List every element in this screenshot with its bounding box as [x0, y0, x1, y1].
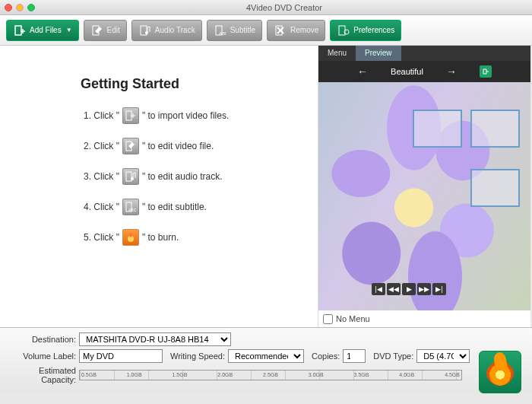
volume-label: Volume Label:: [6, 352, 76, 361]
skip-forward-icon[interactable]: ▶|: [432, 283, 446, 295]
bottom-panel: Destination: MATSHITA DVD-R UJ-8A8 HB14 …: [0, 327, 532, 392]
remove-button[interactable]: Remove: [267, 20, 325, 41]
subtitle-button[interactable]: ABC Subtitle: [207, 20, 262, 41]
toolbar: Add Files ▼ Edit Audio Track ABC Subtitl…: [0, 15, 532, 46]
dropdown-caret-icon: ▼: [66, 27, 72, 33]
svg-text:ABC: ABC: [128, 208, 136, 212]
getting-started-title: Getting Started: [81, 76, 302, 92]
rewind-icon[interactable]: ◀◀: [387, 283, 401, 295]
skip-back-icon[interactable]: |◀: [372, 283, 385, 295]
writing-speed-select[interactable]: Recommended: [228, 349, 304, 363]
step-5: 5. Click " " to burn.: [84, 229, 302, 246]
preview-tabs: Menu Preview: [318, 46, 530, 61]
getting-started-panel: Getting Started 1. Click " " to import v…: [0, 46, 318, 327]
capacity-bar: 0.5GB 1.0GB 1.5GB 2.0GB 2.5GB 3.0GB 3.5G…: [79, 370, 462, 380]
remove-label: Remove: [290, 26, 318, 34]
titlebar: 4Video DVD Creator: [0, 0, 532, 15]
dvd-type-label: DVD Type:: [373, 352, 413, 361]
edit-label: Edit: [107, 26, 120, 34]
import-icon: [122, 107, 139, 124]
tab-menu[interactable]: Menu: [318, 46, 356, 61]
preferences-button[interactable]: Preferences: [330, 20, 401, 41]
audio-label: Audio Track: [155, 26, 195, 34]
copies-input[interactable]: [343, 349, 366, 363]
preferences-icon: [337, 24, 350, 37]
nav-to-editor-icon[interactable]: [480, 65, 492, 78]
preview-panel: Menu Preview ← Beautiful → |◀ ◀◀ ▶ ▶▶: [318, 46, 530, 327]
volume-input[interactable]: [79, 349, 163, 363]
edit-icon: [90, 24, 104, 37]
burn-icon: [486, 358, 514, 386]
add-files-icon: [13, 24, 27, 37]
svg-rect-0: [15, 26, 21, 35]
subtitle-label: Subtitle: [230, 26, 255, 34]
menu-slot-3[interactable]: [470, 169, 520, 207]
writing-speed-label: Writing Speed:: [170, 352, 225, 361]
add-files-label: Add Files: [30, 26, 62, 34]
destination-label: Destination:: [6, 335, 76, 344]
step-2: 2. Click " " to edit video file.: [84, 138, 302, 154]
edit-subtitle-icon: ABC: [122, 199, 139, 215]
svg-rect-17: [126, 172, 131, 181]
zoom-icon[interactable]: [27, 4, 35, 11]
playback-controls: |◀ ◀◀ ▶ ▶▶ ▶|: [372, 283, 446, 295]
edit-audio-icon: [122, 168, 139, 185]
window-controls: [5, 4, 35, 11]
subtitle-icon: ABC: [214, 24, 227, 37]
edit-button[interactable]: Edit: [84, 20, 127, 41]
nav-title: Beautiful: [391, 67, 423, 76]
minimize-icon[interactable]: [16, 4, 24, 11]
menu-slot-1[interactable]: [413, 110, 462, 148]
step-4: 4. Click " ABC " to edit subtitle.: [84, 199, 302, 215]
burn-button[interactable]: [479, 351, 521, 393]
window-title: 4Video DVD Creator: [41, 3, 527, 12]
no-menu-row: No Menu: [318, 310, 530, 327]
preview-area: |◀ ◀◀ ▶ ▶▶ ▶|: [318, 82, 530, 310]
preview-nav: ← Beautiful →: [318, 61, 530, 82]
forward-icon[interactable]: ▶▶: [417, 283, 431, 295]
nav-prev-icon[interactable]: ←: [357, 65, 368, 78]
capacity-label: Estimated Capacity:: [6, 366, 76, 384]
burn-step-icon: [122, 229, 139, 246]
svg-text:ABC: ABC: [219, 31, 226, 36]
audio-icon: [138, 24, 152, 37]
tab-preview[interactable]: Preview: [356, 46, 401, 61]
no-menu-label: No Menu: [336, 314, 370, 323]
dvd-type-select[interactable]: D5 (4.7G): [416, 349, 470, 363]
destination-select[interactable]: MATSHITA DVD-R UJ-8A8 HB14: [79, 332, 231, 346]
step-1: 1. Click " " to import video files.: [84, 107, 302, 124]
remove-icon: [274, 24, 287, 37]
edit-video-icon: [122, 138, 139, 154]
no-menu-checkbox[interactable]: [323, 314, 333, 324]
preferences-label: Preferences: [353, 26, 394, 34]
play-icon[interactable]: ▶: [402, 283, 416, 295]
nav-next-icon[interactable]: →: [446, 65, 457, 78]
svg-rect-11: [339, 26, 345, 35]
svg-rect-13: [126, 111, 131, 120]
menu-slot-2[interactable]: [470, 110, 520, 148]
close-icon[interactable]: [5, 4, 12, 11]
audio-track-button[interactable]: Audio Track: [131, 20, 202, 41]
step-3: 3. Click " " to edit audio track.: [84, 168, 302, 185]
copies-label: Copies:: [312, 352, 340, 361]
add-files-button[interactable]: Add Files ▼: [6, 20, 79, 41]
